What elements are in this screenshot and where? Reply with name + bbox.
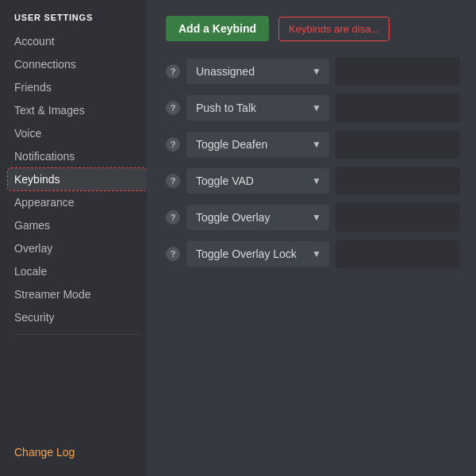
keybind-input-2[interactable] [336,94,460,122]
help-icon-3[interactable]: ? [166,137,180,152]
keybind-row-2: ? Unassigned Push to Talk Toggle Deafen … [166,94,460,122]
changelog-link[interactable]: Change Log [8,441,147,463]
keybind-row-3: ? Unassigned Push to Talk Toggle Deafen … [166,130,460,159]
sidebar-item-voice[interactable]: Voice [8,122,147,144]
sidebar-title: USER SETTINGS [8,13,147,30]
sidebar-item-keybinds[interactable]: Keybinds [8,168,147,190]
keybind-select-wrapper-2: Unassigned Push to Talk Toggle Deafen To… [186,95,329,121]
add-keybind-button[interactable]: Add a Keybind [166,16,269,41]
sidebar-divider [14,334,140,335]
keybind-input-4[interactable] [336,167,460,195]
help-icon-4[interactable]: ? [166,174,180,188]
help-icon-2[interactable]: ? [166,101,180,115]
keybind-select-1[interactable]: Unassigned Push to Talk Toggle Deafen To… [186,59,329,84]
sidebar-item-connections[interactable]: Connections [8,53,147,75]
sidebar-item-account[interactable]: Account [8,30,147,52]
keybind-input-6[interactable] [336,240,460,268]
main-content: Add a Keybind Keybinds are disa... ? Una… [147,0,476,476]
sidebar-item-text-images[interactable]: Text & Images [8,99,147,121]
keybind-select-wrapper-5: Unassigned Push to Talk Toggle Deafen To… [186,205,329,230]
keybind-select-3[interactable]: Unassigned Push to Talk Toggle Deafen To… [186,132,329,157]
sidebar-item-friends[interactable]: Friends [8,76,147,98]
sidebar-item-locale[interactable]: Locale [8,260,147,282]
keybind-select-2[interactable]: Unassigned Push to Talk Toggle Deafen To… [186,95,329,121]
keybind-row-4: ? Unassigned Push to Talk Toggle Deafen … [166,167,460,195]
help-icon-5[interactable]: ? [166,210,180,225]
sidebar-item-games[interactable]: Games [8,214,147,236]
keybinds-disabled-badge: Keybinds are disa... [278,17,390,41]
top-bar: Add a Keybind Keybinds are disa... [166,16,460,41]
sidebar-item-notifications[interactable]: Notifications [8,145,147,167]
sidebar: USER SETTINGS Account Connections Friend… [0,0,147,476]
help-icon-1[interactable]: ? [166,64,180,79]
sidebar-item-appearance[interactable]: Appearance [8,191,147,213]
keybind-select-wrapper-4: Unassigned Push to Talk Toggle Deafen To… [186,168,329,194]
keybind-row-6: ? Unassigned Push to Talk Toggle Deafen … [166,240,460,268]
keybind-row-5: ? Unassigned Push to Talk Toggle Deafen … [166,203,460,232]
keybind-select-4[interactable]: Unassigned Push to Talk Toggle Deafen To… [186,168,329,194]
keybind-select-6[interactable]: Unassigned Push to Talk Toggle Deafen To… [186,241,329,267]
keybind-select-5[interactable]: Unassigned Push to Talk Toggle Deafen To… [186,205,329,230]
keybind-select-wrapper-1: Unassigned Push to Talk Toggle Deafen To… [186,59,329,84]
keybind-select-wrapper-3: Unassigned Push to Talk Toggle Deafen To… [186,132,329,157]
sidebar-item-streamer-mode[interactable]: Streamer Mode [8,283,147,305]
help-icon-6[interactable]: ? [166,247,180,261]
sidebar-item-overlay[interactable]: Overlay [8,237,147,259]
sidebar-item-security[interactable]: Security [8,306,147,328]
keybind-select-wrapper-6: Unassigned Push to Talk Toggle Deafen To… [186,241,329,267]
keybind-input-5[interactable] [336,203,460,232]
keybind-row-1: ? Unassigned Push to Talk Toggle Deafen … [166,57,460,86]
keybind-input-1[interactable] [336,57,460,86]
keybind-input-3[interactable] [336,130,460,159]
